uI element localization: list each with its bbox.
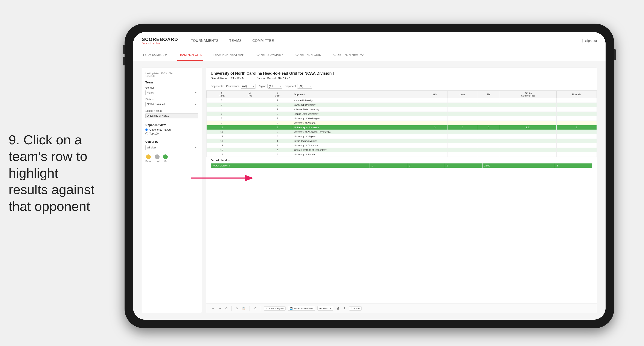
region-filter-group: Region (All)	[258, 84, 282, 89]
cell-tie	[477, 139, 500, 143]
timer-btn[interactable]: ⏱	[253, 306, 258, 311]
out-div-win: 1	[370, 163, 407, 168]
cell-rank: 4	[206, 107, 237, 112]
nav-item-tournaments[interactable]: TOURNAMENTS	[191, 38, 218, 44]
conference-filter-select[interactable]: (All)	[241, 84, 256, 89]
cell-win	[422, 98, 448, 103]
table-row[interactable]: 13-1Texas Tech University	[206, 139, 597, 143]
nav-item-teams[interactable]: TEAMS	[229, 38, 242, 44]
cell-rank: 14	[206, 143, 237, 148]
cell-rounds	[556, 98, 597, 103]
tab-player-h2h-grid[interactable]: PLAYER H2H GRID	[293, 49, 322, 61]
opponents-filter-label: Opponents:	[211, 85, 224, 88]
cell-conf: 3	[263, 152, 292, 157]
conference-filter-group: Conference (All)	[226, 84, 256, 89]
save-custom-view-btn[interactable]: 💾 Save Custom View	[288, 306, 316, 311]
print-btn[interactable]: 🖨	[336, 306, 340, 311]
cell-conf: 1	[263, 107, 292, 112]
nav-items: TOURNAMENTS TEAMS COMMITTEE	[191, 38, 582, 44]
cell-diff: 2.61	[500, 125, 556, 130]
power-button[interactable]	[614, 49, 616, 60]
redo-btn[interactable]: ↪	[217, 306, 222, 311]
table-row[interactable]: 8-2University of Washington	[206, 116, 597, 121]
logo-title: SCOREBOARD	[142, 37, 178, 42]
opponent-filter-select[interactable]: (All)	[297, 84, 312, 89]
last-updated: Last Updated: 27/03/2024 16:55:38	[146, 72, 198, 77]
out-div-table: NCAA Division II 1 0 0 26.00 3	[211, 163, 592, 168]
table-row[interactable]: 2-1Auburn University	[206, 98, 597, 103]
cell-diff	[500, 143, 556, 148]
cell-rank: 6	[206, 112, 237, 116]
table-row[interactable]: 12-3University of Virginia	[206, 134, 597, 139]
history-btn[interactable]: ⟲	[224, 306, 228, 311]
toolbar-sep-1	[232, 306, 232, 311]
cell-rounds	[556, 139, 597, 143]
out-div-tie: 0	[445, 163, 482, 168]
cell-diff	[500, 152, 556, 157]
cell-rank: 15	[206, 148, 237, 152]
tab-player-summary[interactable]: PLAYER SUMMARY	[254, 49, 284, 61]
sub-nav: TEAM SUMMARY TEAM H2H GRID TEAM H2H HEAT…	[133, 49, 606, 61]
table-row[interactable]: 16-3University of Florida	[206, 152, 597, 157]
radio-opponents-played[interactable]: Opponents Played	[146, 128, 198, 131]
table-row[interactable]: 10-5University of Alabama3002.618	[206, 125, 597, 130]
legend-up-dot	[163, 154, 168, 159]
volume-up-button[interactable]	[123, 45, 124, 54]
legend-down-dot	[146, 154, 151, 159]
cell-diff	[500, 107, 556, 112]
cell-rounds	[556, 121, 597, 125]
cell-conf: 2	[263, 116, 292, 121]
table-row[interactable]: 3-2Vanderbilt University	[206, 103, 597, 107]
cell-win	[422, 143, 448, 148]
scene: 9. Click on a team's row to highlight re…	[0, 0, 644, 346]
nav-item-committee[interactable]: COMMITTEE	[252, 38, 274, 44]
table-row[interactable]: 6-2Florida State University	[206, 112, 597, 116]
cell-diff	[500, 139, 556, 143]
instruction-number: 9.	[8, 132, 20, 147]
division-select[interactable]: NCAA Division I	[146, 102, 198, 107]
table-row[interactable]: 15-4Georgia Institute of Technology	[206, 148, 597, 152]
toolbar-sep-3	[261, 306, 261, 311]
school-label: School (Rank)	[146, 109, 198, 112]
col-conf: #Conf	[263, 91, 292, 98]
download-btn[interactable]: ⬇	[342, 306, 347, 311]
division-record-label: Division Record: 88 - 17 - 0	[256, 77, 290, 80]
gender-select[interactable]: Men's	[146, 90, 198, 95]
tab-team-h2h-heatmap[interactable]: TEAM H2H HEATMAP	[212, 49, 245, 61]
cell-win	[422, 134, 448, 139]
cell-rounds	[556, 148, 597, 152]
radio-top100[interactable]: Top 100	[146, 132, 198, 135]
table-row[interactable]: 14-2University of Oklahoma	[206, 143, 597, 148]
tab-team-summary[interactable]: TEAM SUMMARY	[142, 49, 169, 61]
cell-loss	[448, 139, 477, 143]
copy-btn[interactable]: ⧉	[235, 306, 239, 311]
cell-diff	[500, 148, 556, 152]
sign-out-link[interactable]: Sign out	[585, 39, 597, 42]
view-original-btn[interactable]: 👁 View: Original	[264, 306, 286, 311]
watch-btn[interactable]: 👁 Watch ▾	[318, 306, 333, 311]
tab-team-h2h-grid[interactable]: TEAM H2H GRID	[177, 49, 204, 61]
table-row[interactable]: 4-1Arizona State University	[206, 107, 597, 112]
cell-rank: 11	[206, 130, 237, 134]
volume-down-button[interactable]	[123, 57, 124, 65]
undo-btn[interactable]: ↩	[211, 306, 215, 311]
cell-opponent: Texas Tech University	[292, 139, 422, 143]
table-row[interactable]: 9-3University of Arizona	[206, 121, 597, 125]
cell-loss	[448, 152, 477, 157]
colour-by-select[interactable]: Win/loss	[146, 145, 198, 150]
paste-btn[interactable]: 📋	[241, 306, 246, 311]
cell-diff	[500, 121, 556, 125]
cell-opponent: University of Alabama	[292, 125, 422, 130]
cell-opponent: University of Washington	[292, 116, 422, 121]
cell-tie	[477, 98, 500, 103]
tab-player-h2h-heatmap[interactable]: PLAYER H2H HEATMAP	[331, 49, 368, 61]
cell-reg: -	[237, 152, 263, 157]
cell-rank: 16	[206, 152, 237, 157]
left-panel: Last Updated: 27/03/2024 16:55:38 Team G…	[142, 67, 202, 313]
region-filter-select[interactable]: (All)	[267, 84, 282, 89]
cell-rounds	[556, 116, 597, 121]
share-btn[interactable]: ⤴ Share	[349, 306, 362, 311]
table-row[interactable]: 11-6University of Arkansas, Fayetteville	[206, 130, 597, 134]
out-div-row[interactable]: NCAA Division II 1 0 0 26.00 3	[211, 163, 592, 168]
tablet-screen: SCOREBOARD Powered by clippi TOURNAMENTS…	[133, 32, 606, 320]
